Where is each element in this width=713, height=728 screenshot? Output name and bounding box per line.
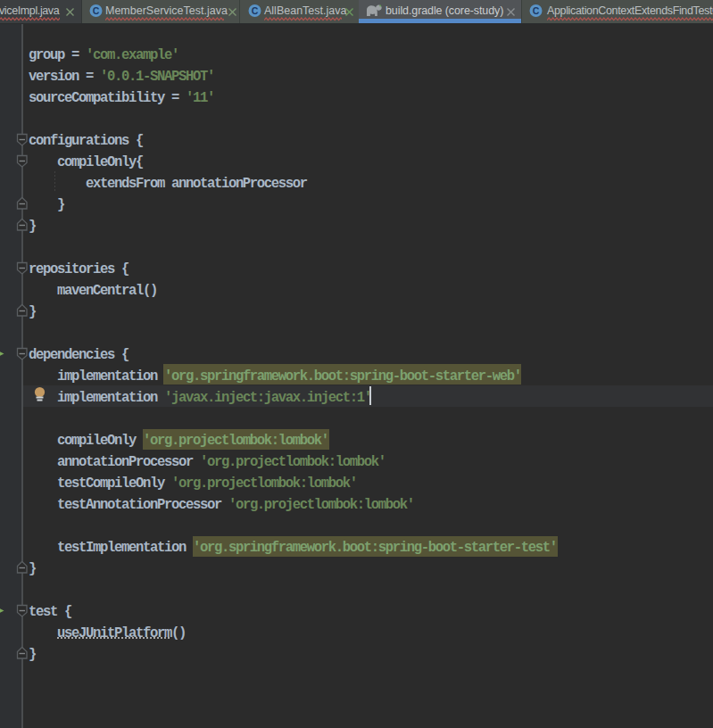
svg-text:C: C — [252, 5, 259, 16]
svg-text:C: C — [93, 5, 100, 16]
svg-text:C: C — [533, 5, 540, 16]
